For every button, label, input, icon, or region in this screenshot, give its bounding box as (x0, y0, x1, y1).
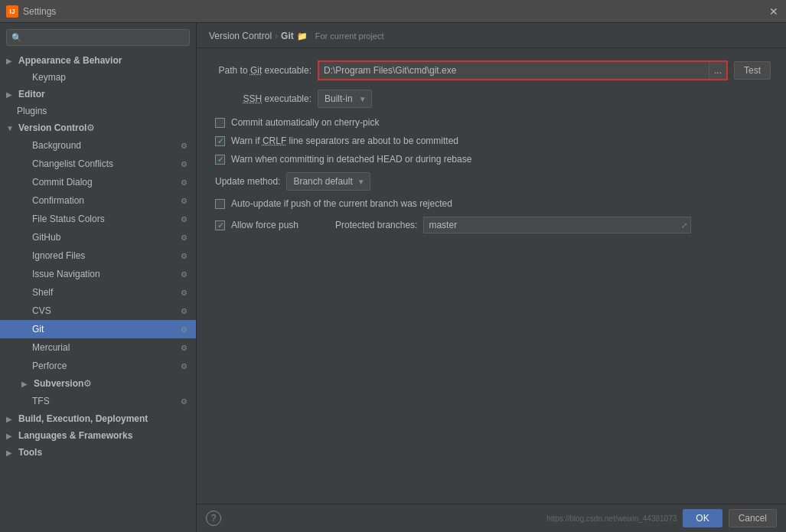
git-exe-row: Path to Git executable: ... Test (212, 60, 771, 80)
github-icon: ⚙ (178, 231, 190, 243)
sidebar-item-background[interactable]: Background ⚙ (0, 136, 196, 155)
sidebar-item-subversion[interactable]: ▶ Subversion ⚙ (0, 375, 196, 392)
update-method-label: Update method: (215, 176, 280, 187)
sidebar-item-languages[interactable]: ▶ Languages & Frameworks (0, 427, 196, 444)
breadcrumb-folder-icon: 📁 (297, 31, 308, 41)
checkbox-auto-commit[interactable]: Commit automatically on cherry-pick (212, 117, 771, 128)
expand-arrow-tools: ▶ (6, 449, 15, 457)
sidebar: 🔍 ▶ Appearance & Behavior Keymap ▶ Edito… (0, 23, 197, 532)
mercurial-icon: ⚙ (178, 341, 190, 354)
git-exe-input[interactable] (319, 62, 709, 79)
checkbox-warn-crlf-box[interactable]: ✓ (215, 136, 225, 146)
sidebar-tree: ▶ Appearance & Behavior Keymap ▶ Editor … (0, 52, 196, 532)
checkbox-auto-commit-label: Commit automatically on cherry-pick (231, 117, 379, 128)
expand-arrow-editor: ▶ (6, 90, 15, 99)
force-push-row: ✓ Allow force push Protected branches: ⤢ (212, 217, 771, 233)
ssh-underline: SSH (243, 93, 263, 104)
search-input[interactable] (25, 32, 184, 43)
sidebar-item-label-subversion: Subversion (34, 378, 83, 389)
sidebar-item-editor[interactable]: ▶ Editor (0, 86, 196, 103)
sidebar-item-perforce[interactable]: Perforce ⚙ (0, 357, 196, 375)
cancel-button[interactable]: Cancel (729, 509, 777, 527)
sidebar-item-label-mercurial: Mercurial (32, 342, 174, 353)
checkbox-warn-detached-box[interactable]: ✓ (215, 155, 225, 165)
sidebar-item-issue-navigation[interactable]: Issue Navigation ⚙ (0, 265, 196, 283)
sidebar-item-plugins[interactable]: Plugins (0, 103, 196, 119)
protected-branches-input[interactable] (424, 217, 678, 233)
sidebar-item-label-issue-nav: Issue Navigation (32, 269, 174, 279)
cvs-icon: ⚙ (178, 305, 190, 317)
vc-settings-icon: ⚙ (86, 122, 95, 133)
sidebar-item-keymap[interactable]: Keymap (0, 69, 196, 86)
ssh-dropdown-arrow[interactable]: ▼ (357, 95, 368, 103)
issue-nav-icon: ⚙ (178, 268, 190, 280)
breadcrumb-separator: › (275, 31, 278, 41)
sidebar-item-label-commit: Commit Dialog (32, 177, 174, 188)
checkbox-auto-update[interactable]: Auto-update if push of the current branc… (212, 198, 771, 209)
close-button[interactable]: ✕ (768, 5, 780, 18)
sidebar-item-label-build: Build, Execution, Deployment (18, 413, 148, 424)
update-method-value: Branch default (290, 175, 355, 188)
sidebar-item-ignored-files[interactable]: Ignored Files ⚙ (0, 246, 196, 265)
checkbox-warn-detached-label: Warn when committing in detached HEAD or… (231, 154, 471, 165)
checkbox-warn-crlf[interactable]: ✓ Warn if CRLF line separators are about… (212, 135, 771, 146)
test-button[interactable]: Test (734, 61, 771, 80)
sidebar-item-label-appearance: Appearance & Behavior (18, 55, 122, 66)
sidebar-item-label-changelist: Changelist Conflicts (32, 158, 174, 169)
breadcrumb-for-project: For current project (315, 31, 384, 41)
check-mark-detached: ✓ (217, 155, 223, 164)
checkbox-force-push-box[interactable]: ✓ (215, 220, 225, 230)
sidebar-item-commit-dialog[interactable]: Commit Dialog ⚙ (0, 173, 196, 191)
sidebar-item-label-perforce: Perforce (32, 361, 174, 371)
ok-button[interactable]: OK (683, 509, 722, 527)
protected-branches-label: Protected branches: (335, 220, 417, 230)
ssh-dropdown[interactable]: Built-in ▼ (318, 90, 372, 108)
checkbox-warn-crlf-label: Warn if CRLF line separators are about t… (231, 135, 458, 146)
sidebar-item-confirmation[interactable]: Confirmation ⚙ (0, 191, 196, 210)
sidebar-item-version-control[interactable]: ▼ Version Control ⚙ (0, 119, 196, 136)
sidebar-item-changelist-conflicts[interactable]: Changelist Conflicts ⚙ (0, 155, 196, 173)
sidebar-item-tools[interactable]: ▶ Tools (0, 444, 196, 461)
git-underline: Git (250, 65, 262, 76)
search-box[interactable]: 🔍 (6, 29, 190, 46)
sidebar-item-mercurial[interactable]: Mercurial ⚙ (0, 338, 196, 357)
ssh-label: SSH executable: (212, 93, 311, 104)
update-method-arrow[interactable]: ▼ (356, 178, 367, 186)
sidebar-item-label-keymap: Keymap (32, 72, 190, 83)
expand-icon[interactable]: ⤢ (678, 219, 690, 232)
update-method-row: Update method: Branch default ▼ (212, 172, 771, 191)
sidebar-item-appearance[interactable]: ▶ Appearance & Behavior (0, 52, 196, 69)
sidebar-item-build[interactable]: ▶ Build, Execution, Deployment (0, 410, 196, 427)
sidebar-item-tfs[interactable]: TFS ⚙ (0, 392, 196, 410)
commit-icon: ⚙ (178, 176, 190, 188)
update-method-dropdown[interactable]: Branch default ▼ (286, 172, 370, 191)
breadcrumb-current: Git (281, 31, 294, 41)
dots-button[interactable]: ... (709, 62, 726, 79)
sidebar-item-label-shelf: Shelf (32, 287, 174, 298)
bottom-right: https://blog.csdn.net/weixin_44381073 OK… (546, 509, 777, 527)
sidebar-item-label-background: Background (32, 140, 174, 151)
checkbox-warn-detached[interactable]: ✓ Warn when committing in detached HEAD … (212, 154, 771, 165)
git-exe-input-wrapper[interactable]: ... (318, 60, 728, 80)
expand-arrow-languages: ▶ (6, 432, 15, 440)
perforce-icon: ⚙ (178, 360, 190, 372)
sidebar-item-git[interactable]: Git ⚙ (0, 320, 196, 338)
protected-branches-input-wrapper[interactable]: ⤢ (423, 217, 691, 233)
expand-arrow-vc: ▼ (6, 124, 15, 132)
sidebar-item-label-file-status: File Status Colors (32, 214, 174, 224)
ssh-dropdown-value: Built-in (321, 92, 356, 106)
sidebar-item-cvs[interactable]: CVS ⚙ (0, 302, 196, 320)
help-button[interactable]: ? (206, 511, 221, 526)
sidebar-item-label-git: Git (32, 324, 174, 335)
sidebar-item-label-tfs: TFS (32, 396, 174, 406)
sidebar-item-shelf[interactable]: Shelf ⚙ (0, 283, 196, 302)
title-bar: IJ Settings ✕ (0, 0, 786, 23)
checkbox-force-push-label: Allow force push (231, 220, 298, 230)
sidebar-item-github[interactable]: GitHub ⚙ (0, 228, 196, 246)
checkbox-auto-update-box[interactable] (215, 199, 225, 209)
app-icon: IJ (6, 5, 18, 18)
checkbox-auto-commit-box[interactable] (215, 118, 225, 128)
sidebar-item-file-status-colors[interactable]: File Status Colors ⚙ (0, 210, 196, 228)
sidebar-item-label-github: GitHub (32, 232, 174, 243)
ignored-icon: ⚙ (178, 250, 190, 262)
